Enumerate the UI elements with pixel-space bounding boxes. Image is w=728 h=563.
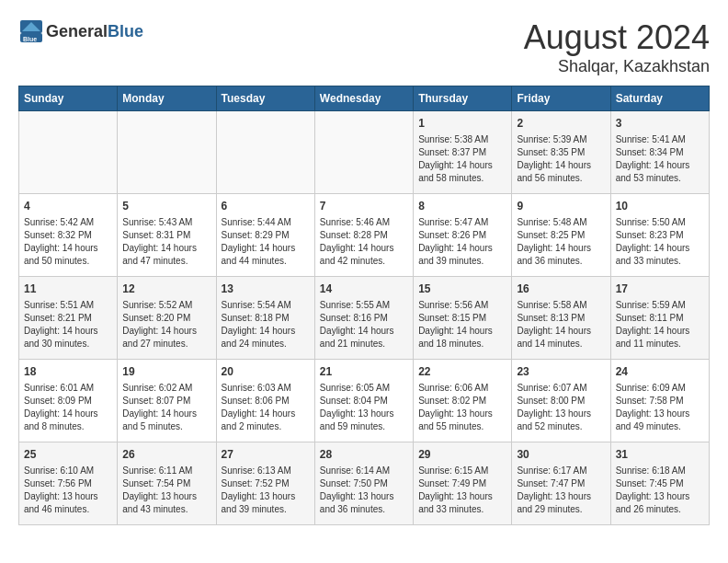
day-info: Sunrise: 5:50 AM Sunset: 8:23 PM Dayligh… [616, 216, 704, 268]
day-info: Sunrise: 5:48 AM Sunset: 8:25 PM Dayligh… [517, 216, 605, 268]
table-row: 8Sunrise: 5:47 AM Sunset: 8:26 PM Daylig… [414, 194, 512, 277]
day-info: Sunrise: 5:59 AM Sunset: 8:11 PM Dayligh… [616, 299, 704, 350]
table-row: 17Sunrise: 5:59 AM Sunset: 8:11 PM Dayli… [610, 277, 709, 360]
calendar-header-row: Sunday Monday Tuesday Wednesday Thursday… [19, 86, 710, 111]
title-block: August 2024 Shalqar, Kazakhstan [524, 18, 710, 76]
table-row: 18Sunrise: 6:01 AM Sunset: 8:09 PM Dayli… [19, 360, 118, 442]
day-number: 15 [418, 282, 506, 297]
day-number: 8 [418, 199, 506, 214]
col-wednesday: Wednesday [314, 86, 413, 111]
table-row: 26Sunrise: 6:11 AM Sunset: 7:54 PM Dayli… [118, 442, 216, 525]
day-number: 26 [122, 447, 210, 463]
day-info: Sunrise: 6:17 AM Sunset: 7:47 PM Dayligh… [517, 465, 605, 516]
day-number: 14 [320, 282, 408, 297]
day-info: Sunrise: 6:06 AM Sunset: 8:02 PM Dayligh… [418, 382, 506, 433]
day-info: Sunrise: 5:52 AM Sunset: 8:20 PM Dayligh… [122, 299, 210, 350]
day-info: Sunrise: 6:11 AM Sunset: 7:54 PM Dayligh… [122, 465, 210, 516]
table-row: 11Sunrise: 5:51 AM Sunset: 8:21 PM Dayli… [19, 277, 118, 360]
table-row: 9Sunrise: 5:48 AM Sunset: 8:25 PM Daylig… [512, 194, 610, 277]
day-number: 23 [517, 364, 605, 380]
month-year-title: August 2024 [524, 18, 710, 57]
day-info: Sunrise: 6:01 AM Sunset: 8:09 PM Dayligh… [24, 382, 112, 433]
table-row: 15Sunrise: 5:56 AM Sunset: 8:15 PM Dayli… [414, 277, 512, 360]
day-number: 17 [616, 282, 704, 297]
table-row: 16Sunrise: 5:58 AM Sunset: 8:13 PM Dayli… [512, 277, 610, 360]
table-row: 29Sunrise: 6:15 AM Sunset: 7:49 PM Dayli… [414, 442, 512, 525]
table-row [118, 111, 216, 194]
day-number: 5 [122, 199, 210, 214]
day-number: 19 [122, 364, 210, 380]
logo: Blue GeneralBlue [18, 18, 143, 44]
table-row: 21Sunrise: 6:05 AM Sunset: 8:04 PM Dayli… [314, 360, 413, 442]
day-number: 2 [517, 116, 605, 132]
day-number: 12 [122, 282, 210, 297]
calendar-week-row: 1Sunrise: 5:38 AM Sunset: 8:37 PM Daylig… [19, 111, 710, 194]
col-sunday: Sunday [19, 86, 118, 111]
day-number: 20 [222, 364, 310, 380]
table-row [314, 111, 413, 194]
table-row: 4Sunrise: 5:42 AM Sunset: 8:32 PM Daylig… [19, 194, 118, 277]
logo-icon: Blue [18, 18, 44, 44]
table-row: 14Sunrise: 5:55 AM Sunset: 8:16 PM Dayli… [314, 277, 413, 360]
day-number: 18 [24, 364, 112, 380]
col-friday: Friday [512, 86, 610, 111]
day-info: Sunrise: 5:55 AM Sunset: 8:16 PM Dayligh… [320, 299, 408, 350]
table-row: 7Sunrise: 5:46 AM Sunset: 8:28 PM Daylig… [314, 194, 413, 277]
day-info: Sunrise: 6:07 AM Sunset: 8:00 PM Dayligh… [517, 382, 605, 433]
calendar-week-row: 11Sunrise: 5:51 AM Sunset: 8:21 PM Dayli… [19, 277, 710, 360]
day-number: 28 [320, 447, 408, 463]
table-row: 10Sunrise: 5:50 AM Sunset: 8:23 PM Dayli… [610, 194, 709, 277]
day-info: Sunrise: 6:18 AM Sunset: 7:45 PM Dayligh… [616, 465, 704, 516]
day-info: Sunrise: 5:41 AM Sunset: 8:34 PM Dayligh… [616, 133, 704, 185]
table-row: 5Sunrise: 5:43 AM Sunset: 8:31 PM Daylig… [118, 194, 216, 277]
day-number: 4 [24, 199, 112, 214]
table-row: 31Sunrise: 6:18 AM Sunset: 7:45 PM Dayli… [610, 442, 709, 525]
page-header: Blue GeneralBlue August 2024 Shalqar, Ka… [18, 18, 710, 76]
day-number: 30 [517, 447, 605, 463]
table-row: 25Sunrise: 6:10 AM Sunset: 7:56 PM Dayli… [19, 442, 118, 525]
day-number: 7 [320, 199, 408, 214]
day-info: Sunrise: 6:09 AM Sunset: 7:58 PM Dayligh… [616, 382, 704, 433]
table-row: 13Sunrise: 5:54 AM Sunset: 8:18 PM Dayli… [216, 277, 314, 360]
day-info: Sunrise: 5:47 AM Sunset: 8:26 PM Dayligh… [418, 216, 506, 268]
day-number: 16 [517, 282, 605, 297]
table-row [216, 111, 314, 194]
day-number: 25 [24, 447, 112, 463]
table-row: 23Sunrise: 6:07 AM Sunset: 8:00 PM Dayli… [512, 360, 610, 442]
day-info: Sunrise: 6:02 AM Sunset: 8:07 PM Dayligh… [122, 382, 210, 433]
day-info: Sunrise: 5:38 AM Sunset: 8:37 PM Dayligh… [418, 133, 506, 185]
table-row: 12Sunrise: 5:52 AM Sunset: 8:20 PM Dayli… [118, 277, 216, 360]
table-row: 19Sunrise: 6:02 AM Sunset: 8:07 PM Dayli… [118, 360, 216, 442]
day-number: 11 [24, 282, 112, 297]
day-number: 9 [517, 199, 605, 214]
table-row: 30Sunrise: 6:17 AM Sunset: 7:47 PM Dayli… [512, 442, 610, 525]
day-info: Sunrise: 5:54 AM Sunset: 8:18 PM Dayligh… [222, 299, 310, 350]
col-tuesday: Tuesday [216, 86, 314, 111]
table-row: 1Sunrise: 5:38 AM Sunset: 8:37 PM Daylig… [414, 111, 512, 194]
day-info: Sunrise: 6:15 AM Sunset: 7:49 PM Dayligh… [418, 465, 506, 516]
day-number: 6 [222, 199, 310, 214]
day-number: 13 [222, 282, 310, 297]
day-info: Sunrise: 5:42 AM Sunset: 8:32 PM Dayligh… [24, 216, 112, 268]
col-saturday: Saturday [610, 86, 709, 111]
day-number: 22 [418, 364, 506, 380]
day-info: Sunrise: 6:10 AM Sunset: 7:56 PM Dayligh… [24, 465, 112, 516]
day-info: Sunrise: 5:51 AM Sunset: 8:21 PM Dayligh… [24, 299, 112, 350]
calendar-week-row: 18Sunrise: 6:01 AM Sunset: 8:09 PM Dayli… [19, 360, 710, 442]
location-subtitle: Shalqar, Kazakhstan [524, 57, 710, 76]
day-info: Sunrise: 6:14 AM Sunset: 7:50 PM Dayligh… [320, 465, 408, 516]
col-monday: Monday [118, 86, 216, 111]
day-number: 24 [616, 364, 704, 380]
logo-text: GeneralBlue [46, 22, 143, 41]
table-row: 24Sunrise: 6:09 AM Sunset: 7:58 PM Dayli… [610, 360, 709, 442]
day-info: Sunrise: 6:05 AM Sunset: 8:04 PM Dayligh… [320, 382, 408, 433]
day-info: Sunrise: 5:39 AM Sunset: 8:35 PM Dayligh… [517, 133, 605, 185]
day-number: 10 [616, 199, 704, 214]
calendar-week-row: 4Sunrise: 5:42 AM Sunset: 8:32 PM Daylig… [19, 194, 710, 277]
day-number: 31 [616, 447, 704, 463]
table-row: 28Sunrise: 6:14 AM Sunset: 7:50 PM Dayli… [314, 442, 413, 525]
table-row: 2Sunrise: 5:39 AM Sunset: 8:35 PM Daylig… [512, 111, 610, 194]
day-info: Sunrise: 5:43 AM Sunset: 8:31 PM Dayligh… [122, 216, 210, 268]
day-number: 21 [320, 364, 408, 380]
day-number: 3 [616, 116, 704, 132]
